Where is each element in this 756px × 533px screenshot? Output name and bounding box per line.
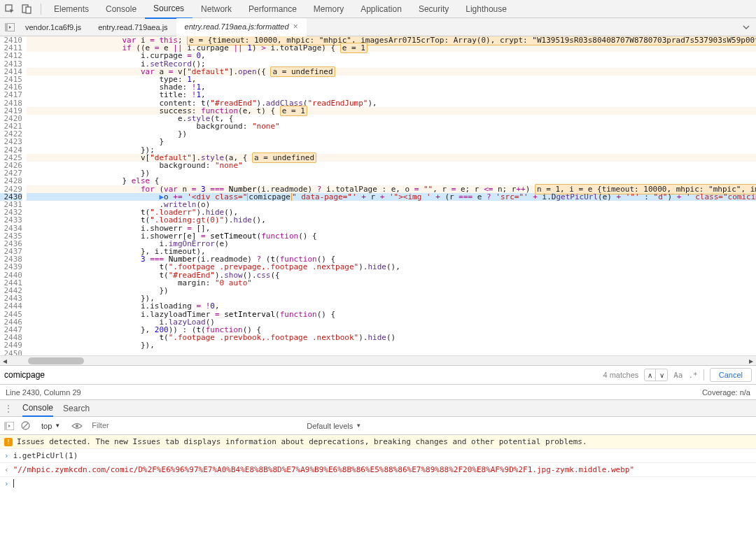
devtools-tab-security[interactable]: Security xyxy=(410,0,457,18)
scroll-right-icon[interactable]: ▸ xyxy=(746,356,756,366)
devtools-tab-lighthouse[interactable]: Lighthouse xyxy=(457,0,515,18)
cursor-position: Line 2430, Column 29 xyxy=(6,388,81,397)
divider xyxy=(41,3,41,15)
console-prompt-row[interactable]: › xyxy=(0,477,756,490)
match-count: 4 matches xyxy=(603,371,639,379)
log-levels-selector[interactable]: Default levels ▼ xyxy=(307,422,361,430)
navigator-toggle-icon[interactable] xyxy=(3,20,17,34)
console-output: ! Issues detected. The new Issues tab di… xyxy=(0,435,756,490)
live-expression-icon[interactable] xyxy=(71,422,83,429)
console-input-echo: i.getPicUrl(1) xyxy=(13,451,78,460)
devtools-tab-sources[interactable]: Sources xyxy=(145,0,192,19)
scrollbar-thumb[interactable] xyxy=(28,357,84,364)
console-filter-input[interactable] xyxy=(90,419,300,432)
drawer-tab-search[interactable]: Search xyxy=(63,401,90,416)
devtools-main-toolbar: ElementsConsoleSourcesNetworkPerformance… xyxy=(0,0,756,18)
coverage-status: Coverage: n/a xyxy=(702,388,750,397)
dropdown-caret-icon: ▼ xyxy=(356,422,361,429)
find-prev-icon[interactable]: ∧ xyxy=(645,369,656,381)
console-result-row: ‹ "//mhpic.zymkcdn.com/comic/D%2F%E6%96%… xyxy=(0,463,756,477)
regex-toggle[interactable]: .* xyxy=(689,371,698,380)
devtools-tabs: ElementsConsoleSourcesNetworkPerformance… xyxy=(46,0,515,19)
console-sidebar-toggle-icon[interactable] xyxy=(4,422,14,430)
devtools-tab-memory[interactable]: Memory xyxy=(305,0,352,18)
file-tabs-bar: vendor.1ca6f9.jsentry.read.719aea.jsentr… xyxy=(0,18,756,36)
find-nav: ∧ ∨ xyxy=(644,369,668,381)
scroll-left-icon[interactable]: ◂ xyxy=(0,356,10,366)
close-icon[interactable]: × xyxy=(293,22,298,31)
cancel-button[interactable]: Cancel xyxy=(710,368,752,382)
match-case-toggle[interactable]: Aa xyxy=(673,371,682,380)
return-icon: ‹ xyxy=(4,465,9,474)
editor-status-bar: Line 2430, Column 29 Coverage: n/a xyxy=(0,385,756,400)
svg-rect-6 xyxy=(4,422,7,430)
cursor xyxy=(13,479,14,488)
svg-point-9 xyxy=(76,425,78,427)
prompt-icon: › xyxy=(4,479,9,488)
execution-context-selector[interactable]: top ▼ xyxy=(37,420,64,432)
devtools-tab-elements[interactable]: Elements xyxy=(46,0,97,18)
svg-line-8 xyxy=(23,423,28,428)
console-issues-banner[interactable]: ! Issues detected. The new Issues tab di… xyxy=(0,435,756,449)
device-toolbar-icon[interactable] xyxy=(20,2,34,16)
svg-rect-2 xyxy=(26,7,31,13)
dropdown-caret-icon: ▼ xyxy=(55,422,60,429)
find-input[interactable] xyxy=(4,367,598,383)
devtools-tab-console[interactable]: Console xyxy=(97,0,145,18)
issues-text: Issues detected. The new Issues tab disp… xyxy=(17,437,587,446)
drawer-menu-icon[interactable]: ⋮ xyxy=(4,404,13,413)
devtools-tab-application[interactable]: Application xyxy=(352,0,410,18)
line-gutter: 2410241124122413241424152416241724182419… xyxy=(0,36,27,355)
clear-console-icon[interactable] xyxy=(21,421,30,430)
find-bar: 4 matches ∧ ∨ Aa .* Cancel xyxy=(0,365,756,385)
devtools-tab-performance[interactable]: Performance xyxy=(240,0,305,18)
file-tab[interactable]: entry.read.719aea.js:formatted× xyxy=(176,18,307,36)
drawer-tab-console[interactable]: Console xyxy=(22,400,53,417)
file-tab[interactable]: vendor.1ca6f9.js xyxy=(17,18,90,36)
prompt-icon: › xyxy=(4,451,9,460)
console-input-row: › i.getPicUrl(1) xyxy=(0,449,756,463)
devtools-tab-network[interactable]: Network xyxy=(192,0,240,18)
inspect-element-icon[interactable] xyxy=(3,2,17,16)
divider xyxy=(704,369,704,381)
code-content[interactable]: var i = this; e = {timeout: 10000, mhpic… xyxy=(27,36,756,355)
horizontal-scrollbar[interactable]: ◂ ▸ xyxy=(0,355,756,365)
warning-icon: ! xyxy=(4,438,13,446)
console-result: "//mhpic.zymkcdn.com/comic/D%2F%E6%96%97… xyxy=(13,465,634,474)
find-next-icon[interactable]: ∨ xyxy=(656,369,667,381)
console-toolbar: top ▼ Default levels ▼ xyxy=(0,417,756,435)
file-tabs: vendor.1ca6f9.jsentry.read.719aea.jsentr… xyxy=(17,18,307,36)
file-tab[interactable]: entry.read.719aea.js xyxy=(90,18,176,36)
more-tabs-icon[interactable] xyxy=(739,20,753,34)
drawer-tabs: ⋮ Console Search xyxy=(0,400,756,417)
code-editor[interactable]: 2410241124122413241424152416241724182419… xyxy=(0,36,756,355)
svg-rect-4 xyxy=(5,23,8,31)
